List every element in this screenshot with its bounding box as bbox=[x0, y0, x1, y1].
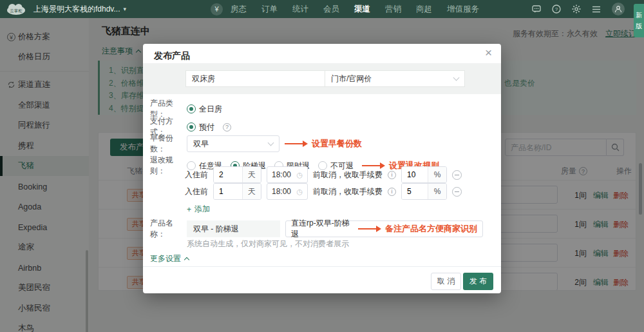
breakfast-select[interactable]: 双早 bbox=[187, 135, 279, 152]
topbar: 云掌柜 上海景明大客栈的fdhdv... ▾ ¥ 房态 订单 统计 会员 渠道 … bbox=[0, 0, 644, 18]
days-before-input-group: 天 bbox=[213, 183, 261, 200]
add-rule-row: + 添加 bbox=[187, 204, 210, 215]
settings-gear-icon[interactable] bbox=[572, 5, 581, 14]
days-before-input[interactable] bbox=[214, 184, 242, 199]
prepay-help-icon[interactable]: ? bbox=[223, 123, 231, 132]
svg-text:?: ? bbox=[555, 6, 558, 12]
cancel-button[interactable]: 取 消 bbox=[431, 273, 461, 290]
nav-mall[interactable]: 商超 bbox=[416, 4, 432, 15]
clock-icon: ◷ bbox=[296, 171, 303, 179]
publish-product-modal: 发布产品 × 双床房 门市/官网价 产品类型： 全日房 支付方式： 预付 ? 早… bbox=[143, 44, 501, 293]
caret-down-icon: ▾ bbox=[123, 6, 126, 12]
room-type-select[interactable]: 双床房 bbox=[185, 70, 325, 87]
fee-input-group: % bbox=[401, 183, 447, 200]
new-version-badge[interactable]: 新 版 bbox=[634, 4, 644, 37]
chevron-down-icon bbox=[268, 140, 274, 146]
annotation-arrow-icon bbox=[285, 143, 307, 144]
cloud-logo-icon: 云掌柜 bbox=[5, 3, 27, 15]
name-helper-text: 系统自动生成，仅对商家可见，不对消费者展示 bbox=[187, 239, 349, 249]
chevron-up-icon bbox=[184, 257, 189, 262]
fee-input-group: % bbox=[401, 166, 447, 183]
hotel-switcher[interactable]: 上海景明大客栈的fdhdv... ▾ bbox=[33, 4, 126, 15]
name-annotation: 备注产品名方便商家识别 bbox=[385, 223, 477, 235]
publish-button[interactable]: 发 布 bbox=[463, 273, 493, 290]
topbar-icons: ? bbox=[532, 3, 625, 15]
nav-orders[interactable]: 订单 bbox=[261, 4, 278, 15]
product-name-input[interactable]: 直连rp-双早-阶梯退 备注产品名方便商家识别 bbox=[285, 220, 483, 237]
refund-tier-row-1: 入住前 天 18:00 ◷ 前取消，收取手续费 i % bbox=[185, 166, 462, 183]
annotation-arrow-icon bbox=[358, 228, 380, 229]
radio-selected-icon bbox=[187, 104, 196, 113]
more-settings-link[interactable]: 更多设置 bbox=[150, 253, 189, 264]
days-before-input-group: 天 bbox=[213, 166, 261, 183]
hotel-name: 上海景明大客栈的fdhdv... bbox=[33, 4, 120, 15]
more-settings-row: 更多设置 bbox=[150, 253, 189, 264]
refund-tier-row-2: 入住前 天 18:00 ◷ 前取消，收取手续费 i % bbox=[185, 183, 462, 200]
clock-icon: ◷ bbox=[296, 188, 303, 196]
fee-info-icon[interactable]: i bbox=[388, 171, 396, 179]
modal-title: 发布产品 bbox=[154, 50, 190, 62]
modal-footer-divider bbox=[143, 266, 501, 267]
nav-channels[interactable]: 渠道 bbox=[354, 4, 370, 15]
svg-text:云掌柜: 云掌柜 bbox=[10, 8, 23, 13]
nav-members[interactable]: 会员 bbox=[323, 4, 339, 15]
breakfast-annotation: 设置早餐份数 bbox=[312, 138, 362, 150]
room-rate-band: 双床房 门市/官网价 bbox=[143, 63, 501, 94]
message-icon[interactable] bbox=[532, 5, 541, 13]
close-icon[interactable]: × bbox=[485, 46, 492, 60]
chevron-down-icon bbox=[453, 75, 460, 81]
brand-logo: 云掌柜 bbox=[5, 3, 27, 15]
remove-rule-icon[interactable] bbox=[452, 170, 462, 180]
nav-room-status[interactable]: 房态 bbox=[231, 4, 247, 15]
nav-marketing[interactable]: 营销 bbox=[385, 4, 401, 15]
fee-percent-input[interactable] bbox=[402, 167, 428, 182]
fee-percent-input[interactable] bbox=[402, 184, 428, 199]
menu-icon[interactable] bbox=[592, 6, 601, 13]
add-rule-link[interactable]: + 添加 bbox=[187, 204, 210, 215]
currency-icon[interactable]: ¥ bbox=[211, 3, 223, 15]
nav-value-added[interactable]: 增值服务 bbox=[447, 4, 479, 15]
help-icon[interactable]: ? bbox=[552, 5, 561, 14]
product-name-row: 产品名称： 双早 - 阶梯退 直连rp-双早-阶梯退 备注产品名方便商家识别 bbox=[150, 218, 483, 240]
top-nav: 房态 订单 统计 会员 渠道 营销 商超 增值服务 bbox=[231, 4, 479, 15]
generated-name-box: 双早 - 阶梯退 bbox=[187, 220, 280, 237]
nav-statistics[interactable]: 统计 bbox=[292, 4, 308, 15]
radio-full-day[interactable]: 全日房 bbox=[187, 104, 222, 115]
cutoff-time-picker[interactable]: 18:00 ◷ bbox=[267, 166, 308, 183]
remove-rule-icon[interactable] bbox=[452, 187, 462, 197]
radio-selected-icon bbox=[187, 122, 196, 132]
rate-plan-select[interactable]: 门市/官网价 bbox=[325, 70, 465, 87]
cutoff-time-picker[interactable]: 18:00 ◷ bbox=[267, 183, 308, 200]
plus-icon: + bbox=[187, 205, 191, 214]
fee-info-icon[interactable]: i bbox=[388, 188, 396, 196]
breakfast-row: 早餐份数： 双早 设置早餐份数 bbox=[150, 133, 362, 155]
radio-prepay[interactable]: 预付 bbox=[187, 122, 214, 133]
user-avatar[interactable] bbox=[612, 3, 625, 15]
days-before-input[interactable] bbox=[214, 167, 242, 182]
